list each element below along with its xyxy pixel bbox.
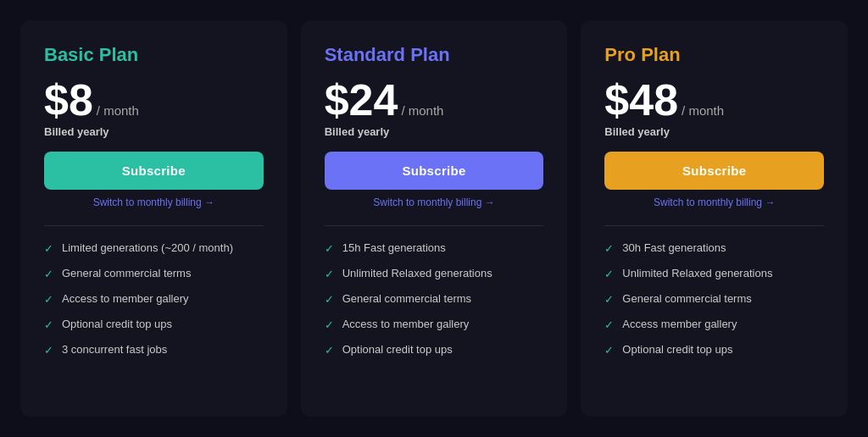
check-icon: ✓	[325, 242, 334, 255]
check-icon: ✓	[44, 318, 53, 331]
feature-item: ✓ Access to member gallery	[325, 318, 544, 331]
check-icon: ✓	[604, 293, 614, 306]
price-amount-standard: $24	[325, 78, 398, 122]
feature-item: ✓ Limited generations (~200 / month)	[44, 241, 264, 255]
check-icon: ✓	[325, 318, 334, 331]
price-period-basic: / month	[97, 103, 139, 118]
switch-billing-standard[interactable]: Switch to monthly billing →	[325, 196, 544, 208]
subscribe-button-pro[interactable]: Subscribe	[604, 152, 824, 190]
check-icon: ✓	[325, 293, 334, 306]
feature-text: Unlimited Relaxed generations	[622, 267, 772, 279]
feature-text: 15h Fast generations	[342, 241, 446, 254]
divider-basic	[44, 225, 264, 226]
feature-item: ✓ General commercial terms	[325, 292, 544, 306]
billed-yearly-basic: Billed yearly	[44, 125, 264, 138]
price-row-pro: $48 / month	[604, 78, 824, 122]
feature-text: Optional credit top ups	[62, 318, 172, 330]
feature-text: 30h Fast generations	[622, 241, 726, 254]
switch-billing-pro[interactable]: Switch to monthly billing →	[604, 196, 824, 208]
feature-item: ✓ General commercial terms	[604, 292, 824, 306]
features-list-basic: ✓ Limited generations (~200 / month) ✓ G…	[44, 241, 264, 357]
check-icon: ✓	[604, 318, 614, 331]
subscribe-button-standard[interactable]: Subscribe	[325, 152, 544, 190]
price-row-basic: $8 / month	[44, 78, 264, 122]
divider-standard	[325, 225, 544, 226]
check-icon: ✓	[604, 268, 614, 280]
feature-text: Limited generations (~200 / month)	[62, 241, 233, 254]
plan-card-standard: Standard Plan $24 / month Billed yearly …	[301, 20, 568, 417]
feature-item: ✓ Optional credit top ups	[325, 343, 544, 357]
feature-text: General commercial terms	[62, 267, 191, 279]
features-list-standard: ✓ 15h Fast generations ✓ Unlimited Relax…	[325, 241, 544, 357]
plan-name-standard: Standard Plan	[325, 44, 544, 66]
check-icon: ✓	[325, 268, 334, 280]
plans-container: Basic Plan $8 / month Billed yearly Subs…	[0, 0, 868, 437]
check-icon: ✓	[325, 344, 334, 357]
check-icon: ✓	[44, 293, 53, 306]
billed-yearly-pro: Billed yearly	[604, 125, 824, 138]
price-period-pro: / month	[682, 103, 724, 118]
feature-text: Access to member gallery	[62, 292, 189, 305]
feature-item: ✓ General commercial terms	[44, 267, 264, 280]
features-list-pro: ✓ 30h Fast generations ✓ Unlimited Relax…	[604, 241, 824, 357]
check-icon: ✓	[604, 242, 614, 255]
plan-card-basic: Basic Plan $8 / month Billed yearly Subs…	[20, 20, 287, 417]
feature-item: ✓ Optional credit top ups	[604, 343, 824, 357]
switch-billing-basic[interactable]: Switch to monthly billing →	[44, 196, 264, 208]
price-amount-pro: $48	[604, 78, 678, 122]
feature-text: General commercial terms	[622, 292, 751, 305]
feature-item: ✓ 15h Fast generations	[325, 241, 544, 255]
feature-text: Unlimited Relaxed generations	[342, 267, 492, 279]
feature-item: ✓ 30h Fast generations	[604, 241, 824, 255]
plan-name-basic: Basic Plan	[44, 44, 264, 66]
price-row-standard: $24 / month	[325, 78, 544, 122]
price-amount-basic: $8	[44, 78, 93, 122]
divider-pro	[604, 225, 824, 226]
feature-text: Optional credit top ups	[622, 343, 732, 356]
feature-item: ✓ 3 concurrent fast jobs	[44, 343, 264, 357]
feature-text: Access to member gallery	[342, 318, 470, 330]
plan-card-pro: Pro Plan $48 / month Billed yearly Subsc…	[581, 20, 848, 417]
check-icon: ✓	[604, 344, 614, 357]
feature-item: ✓ Unlimited Relaxed generations	[604, 267, 824, 280]
plan-name-pro: Pro Plan	[604, 44, 824, 66]
feature-item: ✓ Unlimited Relaxed generations	[325, 267, 544, 280]
feature-item: ✓ Access to member gallery	[44, 292, 264, 306]
check-icon: ✓	[44, 344, 53, 357]
feature-item: ✓ Optional credit top ups	[44, 318, 264, 331]
feature-text: 3 concurrent fast jobs	[62, 343, 167, 356]
billed-yearly-standard: Billed yearly	[325, 125, 544, 138]
check-icon: ✓	[44, 242, 53, 255]
feature-text: Optional credit top ups	[342, 343, 453, 356]
price-period-standard: / month	[401, 103, 443, 118]
check-icon: ✓	[44, 268, 53, 280]
feature-text: General commercial terms	[342, 292, 471, 305]
feature-item: ✓ Access member gallery	[604, 318, 824, 331]
feature-text: Access member gallery	[622, 318, 737, 330]
subscribe-button-basic[interactable]: Subscribe	[44, 152, 264, 190]
